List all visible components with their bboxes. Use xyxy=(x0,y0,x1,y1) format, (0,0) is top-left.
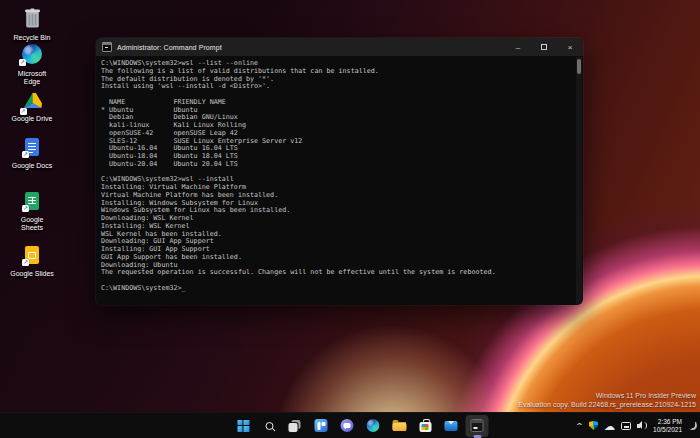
console-text: C:\WINDOWS\system32>wsl --list --online … xyxy=(101,60,575,293)
google-sheets-icon: ↗ xyxy=(25,192,39,210)
taskbar-clock[interactable]: 2:36 PM 10/5/2021 xyxy=(653,418,682,434)
window-titlebar[interactable]: Administrator: Command Prompt – × xyxy=(96,38,583,56)
watermark-line1: Windows 11 Pro Insider Preview xyxy=(518,391,696,400)
clock-time: 2:36 PM xyxy=(653,418,682,426)
edge-icon xyxy=(367,419,380,432)
recycle-bin-icon xyxy=(24,8,41,32)
shortcut-arrow-icon: ↗ xyxy=(20,108,27,115)
task-view-icon xyxy=(289,420,302,432)
taskbar: ⌃ ☁ 2:36 PM 10/5/2021 xyxy=(0,412,700,438)
insider-watermark: Windows 11 Pro Insider Preview Evaluatio… xyxy=(518,391,696,409)
desktop-icon-google-docs[interactable]: ↗ Google Docs xyxy=(5,138,59,170)
shortcut-arrow-icon: ↗ xyxy=(22,259,29,266)
shortcut-arrow-icon: ↗ xyxy=(22,151,29,158)
desktop-icon-label: Google Drive xyxy=(5,115,59,123)
desktop-icon-label: Recycle Bin xyxy=(5,34,59,42)
chat-button[interactable] xyxy=(336,415,359,437)
tray-overflow-button[interactable]: ⌃ xyxy=(575,424,584,430)
command-prompt-icon xyxy=(102,42,112,52)
desktop-icon-microsoft-edge[interactable]: ↗ Microsoft Edge xyxy=(5,44,59,86)
system-tray: ⌃ ☁ 2:36 PM 10/5/2021 xyxy=(576,413,697,438)
file-explorer-icon xyxy=(392,420,406,431)
desktop-icon-google-slides[interactable]: ↗ Google Slides xyxy=(5,246,59,278)
command-prompt-icon xyxy=(471,419,484,432)
console-output[interactable]: C:\WINDOWS\system32>wsl --list --online … xyxy=(96,56,575,305)
command-prompt-taskbar-button[interactable] xyxy=(466,415,489,437)
shortcut-arrow-icon: ↗ xyxy=(22,205,29,212)
close-button[interactable]: × xyxy=(557,38,583,56)
shortcut-arrow-icon: ↗ xyxy=(19,59,26,66)
scrollbar-thumb[interactable] xyxy=(577,59,581,74)
console-scrollbar[interactable] xyxy=(576,57,582,304)
close-icon: × xyxy=(568,43,573,52)
task-view-button[interactable] xyxy=(284,415,307,437)
desktop-icon-label: Microsoft Edge xyxy=(5,70,59,86)
store-icon xyxy=(419,422,431,432)
mail-button[interactable] xyxy=(440,415,463,437)
desktop-icon-google-sheets[interactable]: ↗ Google Sheets xyxy=(5,192,59,232)
start-button[interactable] xyxy=(232,415,255,437)
minimize-button[interactable]: – xyxy=(505,38,531,56)
file-explorer-button[interactable] xyxy=(388,415,411,437)
maximize-icon xyxy=(541,44,547,50)
command-prompt-window: Administrator: Command Prompt – × C:\WIN… xyxy=(96,38,583,305)
teams-chat-icon xyxy=(341,419,354,432)
mail-icon xyxy=(445,421,458,431)
taskbar-search-button[interactable] xyxy=(258,415,281,437)
watermark-line2: Evaluation copy. Build 22468.rs_prerelea… xyxy=(518,400,696,409)
volume-icon[interactable] xyxy=(637,421,647,430)
desktop-icon-label: Google Docs xyxy=(5,162,59,170)
widgets-icon xyxy=(315,419,328,432)
edge-icon: ↗ xyxy=(22,44,42,64)
google-slides-icon: ↗ xyxy=(25,246,39,264)
google-docs-icon: ↗ xyxy=(25,138,39,156)
taskbar-center-icons xyxy=(232,415,489,437)
clock-date: 10/5/2021 xyxy=(653,426,682,434)
windows-start-icon xyxy=(237,420,249,432)
desktop-icon-label: Google Slides xyxy=(5,270,59,278)
desktop-icon-google-drive[interactable]: ↗ Google Drive xyxy=(5,92,59,123)
microsoft-store-button[interactable] xyxy=(414,415,437,437)
google-drive-icon: ↗ xyxy=(23,92,42,113)
desktop-icon-label: Google Sheets xyxy=(5,216,59,232)
network-icon[interactable] xyxy=(621,422,631,430)
maximize-button[interactable] xyxy=(531,38,557,56)
desktop-icon-recycle-bin[interactable]: Recycle Bin xyxy=(5,8,59,42)
search-icon xyxy=(265,422,273,430)
widgets-button[interactable] xyxy=(310,415,333,437)
focus-assist-moon-icon[interactable] xyxy=(688,421,697,430)
window-title: Administrator: Command Prompt xyxy=(117,44,505,51)
onedrive-cloud-icon[interactable]: ☁ xyxy=(604,421,615,431)
desktop-wallpaper: Recycle Bin ↗ Microsoft Edge ↗ Google Dr… xyxy=(0,0,700,438)
edge-taskbar-button[interactable] xyxy=(362,415,385,437)
windows-security-icon[interactable] xyxy=(589,421,598,430)
minimize-icon: – xyxy=(516,43,520,52)
